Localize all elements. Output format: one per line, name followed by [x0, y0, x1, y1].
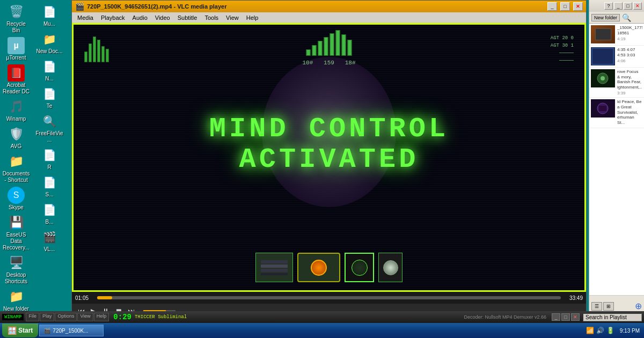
- playlist-item-duration-2: 3:39: [617, 91, 642, 95]
- vlc-menu-video[interactable]: Video: [152, 14, 173, 21]
- desktop-icon-col2-vlc[interactable]: 🎬 VL...: [34, 227, 64, 254]
- winamp-logo: WINAMP: [2, 314, 24, 320]
- vlc-seekbar-track[interactable]: [97, 296, 561, 299]
- hud-btn-right1: [345, 253, 374, 282]
- vlc-window: 🎬 720P_1500K_94652651(2).mp4 - VLC media…: [71, 0, 587, 319]
- recycle-bin-icon: 🗑️: [8, 3, 25, 20]
- vlc-menu-view[interactable]: View: [223, 14, 242, 21]
- grid-view-button[interactable]: ⊞: [603, 302, 614, 311]
- winamp-help-button[interactable]: Help: [94, 313, 109, 321]
- recycle-bin-label: Recycle Bin: [2, 21, 30, 34]
- vlc-minimize-button[interactable]: _: [547, 2, 557, 11]
- right-panel-toolbar: New folder 🔍: [589, 12, 644, 24]
- winamp-decoder: Decoder: Nullsoft MP4 Demuxer v2.66: [464, 314, 546, 320]
- mind-control-line2: ACTIVATED: [209, 144, 449, 175]
- desktop-icon-col2-0[interactable]: 📄 Mu...: [34, 2, 64, 28]
- vlc-menu-subtitle[interactable]: Subtitle: [174, 14, 201, 21]
- desktop-icon-winamp[interactable]: 🎵 Winamp: [1, 97, 31, 123]
- vlc-titlebar: 🎬 720P_1500K_94652651(2).mp4 - VLC media…: [72, 1, 586, 12]
- right-panel-help-button[interactable]: ?: [604, 2, 613, 10]
- vlc-menu-tools[interactable]: Tools: [201, 14, 222, 21]
- winamp-label: Winamp: [6, 116, 26, 122]
- playlist-thumb-3: [591, 99, 615, 117]
- winamp-maximize-button[interactable]: □: [561, 313, 570, 321]
- vlc-menu-audio[interactable]: Audio: [129, 14, 151, 21]
- hud-top-bars: 10# 159 18#: [302, 30, 355, 66]
- playlist-item-title-0: _1500K_1775 18561: [617, 25, 642, 35]
- start-button[interactable]: 🪟 Start: [2, 324, 38, 337]
- vlc-time-total: 33:49: [564, 295, 583, 301]
- mind-control-line1: MIND CONTROL: [209, 114, 449, 144]
- new-folder-button[interactable]: New folder: [591, 14, 620, 21]
- playlist-item-duration-1: 4:06: [617, 58, 642, 63]
- taskbar-clock: 9:13 PM: [618, 328, 642, 334]
- desktop-icon-col2-6[interactable]: 📄 S...: [34, 173, 64, 199]
- desktop-icon-avg[interactable]: 🛡️ AVG: [1, 124, 31, 151]
- desktop-icon-col2-3[interactable]: 📄 Te: [34, 84, 64, 111]
- desktop-icon-acrobat[interactable]: 📕 Acrobat Reader DC: [1, 63, 31, 96]
- playlist-thumb-0: [591, 25, 615, 43]
- skype-label: Skype: [9, 204, 24, 211]
- desktop: 🗑️ Recycle Bin µ µTorrent 📕 Acrobat Read…: [0, 0, 644, 338]
- hud-bar-5: [101, 46, 105, 62]
- desktop-icon-col2-4[interactable]: 🔍 FreeFileVie...: [34, 112, 64, 144]
- vlc-maximize-button[interactable]: □: [560, 2, 570, 11]
- desktop-icon-col2-7[interactable]: 📄 B...: [34, 200, 64, 226]
- winamp-file-button[interactable]: File: [26, 313, 39, 321]
- taskbar-item-vlc-label: 720P_1500K...: [53, 328, 88, 334]
- desktop-icon-recycle-bin[interactable]: 🗑️ Recycle Bin: [1, 2, 31, 35]
- playlist-thumb-2: [591, 69, 615, 87]
- taskbar-item-vlc[interactable]: 🎬 720P_1500K...: [39, 325, 104, 336]
- desktop-icon-skype[interactable]: S Skype: [1, 186, 31, 212]
- vlc-seekbar-fill: [97, 296, 112, 299]
- desktop-icons-col2: 📄 Mu... 📁 New Doc... 📄 N... 📄 Te 🔍 FreeF…: [33, 0, 65, 256]
- vlc-menu-media[interactable]: Media: [74, 14, 97, 21]
- winamp-play-button[interactable]: Play: [40, 313, 55, 321]
- desktop-icon-col2-1[interactable]: 📁 New Doc...: [34, 30, 64, 56]
- list-view-button[interactable]: ☰: [591, 302, 602, 311]
- playlist-item-2[interactable]: rove Focus & mory, Banish Fear, ightonme…: [589, 68, 644, 98]
- vlc-menu-help[interactable]: Help: [243, 14, 262, 21]
- right-panel-titlebar: ? _ □ ✕: [589, 0, 644, 12]
- search-icon[interactable]: 🔍: [622, 13, 631, 22]
- taskbar: 🪟 Start 🎬 720P_1500K... 📶 🔊 🔋 9:13 PM: [0, 323, 644, 338]
- playlist-item-title-3: ld Peace, Be a Great Survivalist, erhuma…: [617, 99, 642, 125]
- winamp-close-button[interactable]: ✕: [571, 313, 580, 321]
- right-panel-close-button[interactable]: ✕: [633, 2, 642, 10]
- playlist-item-0[interactable]: _1500K_1775 18561 4:19: [589, 24, 644, 46]
- vlc-menu-playback[interactable]: Playback: [98, 14, 128, 21]
- winamp-options-button[interactable]: Options: [55, 313, 77, 321]
- vlc-close-button[interactable]: ✕: [573, 2, 583, 11]
- desktop-icon-easeus[interactable]: 💾 EaseUS Data Recovery...: [1, 213, 31, 252]
- start-button-label: Start: [18, 327, 33, 334]
- hud-btn-center: [297, 253, 340, 282]
- tray-icon-network: 📶: [586, 327, 594, 334]
- desktop-icon-col2-2[interactable]: 📄 N...: [34, 57, 64, 83]
- right-panel-minimize-button[interactable]: _: [614, 2, 623, 10]
- vlc-time-current: 01:05: [75, 295, 94, 301]
- desktop-icon-utorrent[interactable]: µ µTorrent: [1, 36, 31, 62]
- desktop-icon-col2-5[interactable]: 📄 R: [34, 145, 64, 172]
- hud-left-bars: [84, 35, 109, 62]
- desktop-shortcuts-label: Desktop Shortcuts: [2, 272, 30, 285]
- winamp-window-buttons: _ □ ✕: [552, 313, 580, 321]
- desktop-icon-documents[interactable]: 📁 Documents - Shortcut: [1, 152, 31, 185]
- winamp-view-button[interactable]: View: [77, 313, 93, 321]
- search-in-playlist-input[interactable]: Search in Playlist: [583, 313, 642, 321]
- desktop-icons-col1: 🗑️ Recycle Bin µ µTorrent 📕 Acrobat Read…: [0, 0, 32, 338]
- tray-icon-battery: 🔋: [606, 327, 614, 334]
- taskbar-items: 🎬 720P_1500K...: [39, 325, 582, 336]
- playlist-item-1[interactable]: 4:35 4:07 4:53 3:03 4:06: [589, 46, 644, 68]
- right-panel-maximize-button[interactable]: □: [624, 2, 632, 10]
- playlist-item-3[interactable]: ld Peace, Be a Great Survivalist, erhuma…: [589, 98, 644, 128]
- add-to-playlist-button[interactable]: ⊕: [635, 301, 642, 311]
- winamp-minimize-button[interactable]: _: [552, 313, 560, 321]
- acrobat-label: Acrobat Reader DC: [2, 82, 30, 95]
- svg-point-4: [601, 76, 605, 80]
- vlc-video-area[interactable]: 10# 159 18# AGT 20 0 AGT 30 1 ───── ────…: [72, 23, 586, 292]
- winamp-bar: WINAMP File Play Options View Help 0:29 …: [0, 311, 644, 323]
- desktop-icon-desktop-shortcuts[interactable]: 🖥️ Desktop Shortcuts: [1, 253, 31, 286]
- playlist-item-title-1: 4:35 4:07 4:53 3:03: [617, 47, 642, 57]
- vlc-menubar: Media Playback Audio Video Subtitle Tool…: [72, 12, 586, 23]
- winamp-menu-buttons: File Play Options View Help: [26, 313, 109, 321]
